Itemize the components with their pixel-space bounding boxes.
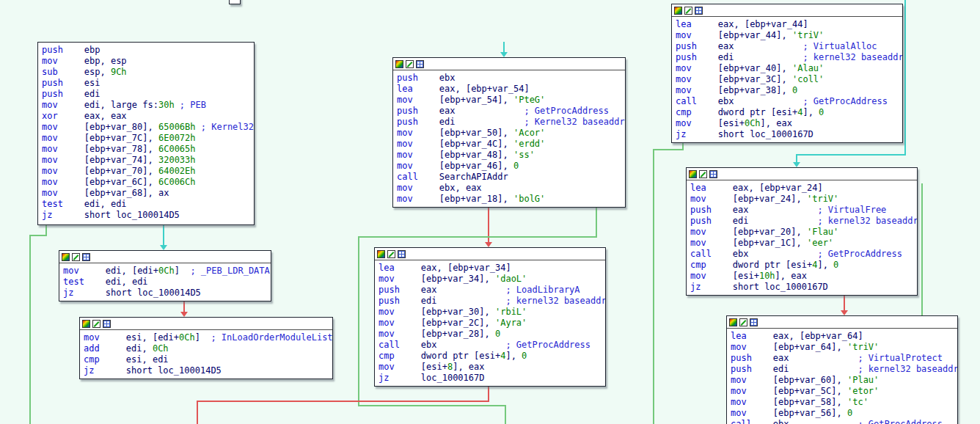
node-color-palette-icon[interactable] xyxy=(62,253,70,261)
instruction-line[interactable]: mov [ebp+var_3C], 'coll' xyxy=(676,74,899,85)
instruction-line[interactable]: push eax ; GetProcAddress xyxy=(397,106,621,117)
instruction-line[interactable]: push edi ; kernel32 baseaddr xyxy=(676,52,899,63)
graph-node-virtualalloc[interactable]: lea eax, [ebp+var_44]mov [ebp+var_44], '… xyxy=(671,4,903,143)
instruction-line[interactable]: mov [ebp+var_40], 'Alau' xyxy=(676,63,899,74)
instruction-line[interactable]: mov ebp, esp xyxy=(42,56,250,67)
instruction-line[interactable]: push edi ; Kernel32 baseaddr xyxy=(397,117,621,128)
graph-node-module-list[interactable]: mov esi, [edi+0Ch] ; InLoadOrderModuleLi… xyxy=(79,317,333,379)
instruction-line[interactable]: mov [ebp+var_48], 'ss' xyxy=(397,150,621,161)
instruction-line[interactable]: jz short loc_100014D5 xyxy=(42,210,250,221)
instruction-line[interactable]: mov [ebp+var_24], 'triV' xyxy=(690,194,913,205)
graph-node-loadlibrary[interactable]: lea eax, [ebp+var_34]mov [ebp+var_34], '… xyxy=(374,247,606,387)
instruction-line[interactable]: mov [ebp+var_20], 'Flau' xyxy=(690,227,913,238)
instruction-line[interactable]: test edi, edi xyxy=(63,277,267,288)
instruction-line[interactable]: push eax ; VirtualProtect xyxy=(731,353,954,364)
instruction-line[interactable]: mov [ebp+var_60], 'Plau' xyxy=(731,375,954,386)
instruction-line[interactable]: mov [ebp+var_5C], 'etor' xyxy=(731,386,954,397)
instruction-line[interactable]: mov [ebp+var_74], 320033h xyxy=(42,155,250,166)
instruction-line[interactable]: lea eax, [ebp+var_54] xyxy=(397,84,621,95)
graph-node-getprocaddress[interactable]: push ebxlea eax, [ebp+var_54]mov [ebp+va… xyxy=(392,57,626,208)
instruction-line[interactable]: mov [ebp+var_80], 65006Bh ; Kernel32 xyxy=(42,122,250,133)
instruction-line[interactable]: lea eax, [ebp+var_44] xyxy=(676,19,899,30)
node-color-palette-icon[interactable] xyxy=(82,320,90,328)
instruction-line[interactable]: mov [esi+10h], eax xyxy=(690,271,913,282)
instruction-line[interactable]: mov [ebp+var_56], 0 xyxy=(731,408,954,419)
instruction-line[interactable]: jz short loc_100014D5 xyxy=(84,365,329,376)
instruction-line[interactable]: push eax ; VirtualFree xyxy=(690,205,913,216)
instruction-line[interactable]: push edi ; kernel32 baseaddr xyxy=(731,364,954,375)
instruction-line[interactable]: mov [ebp+var_34], 'daoL' xyxy=(379,274,601,285)
edit-pencil-icon[interactable] xyxy=(92,320,100,328)
instruction-line[interactable]: mov [ebp+var_68], ax xyxy=(42,188,250,199)
instruction-line[interactable]: jz short loc_1000167D xyxy=(690,282,913,293)
instruction-line[interactable]: test edi, edi xyxy=(42,199,250,210)
instruction-line[interactable]: mov [ebp+var_1C], 'eer' xyxy=(690,238,913,249)
instruction-line[interactable]: mov [ebp+var_2C], 'Ayra' xyxy=(379,318,601,329)
graph-node-entry[interactable]: push ebpmov ebp, espsub esp, 9Chpush esi… xyxy=(37,42,255,225)
instruction-line[interactable]: cmp dword ptr [esi+4], 0 xyxy=(676,107,899,118)
instruction-line[interactable]: push esi xyxy=(42,78,250,89)
node-color-palette-icon[interactable] xyxy=(689,170,697,178)
instruction-line[interactable]: mov [ebp+var_58], 'tc' xyxy=(731,397,954,408)
instruction-line[interactable]: push ebp xyxy=(42,45,250,56)
instruction-line[interactable]: call ebx ; GetProcAddress xyxy=(379,340,601,351)
instruction-line[interactable]: mov [esi+8], eax xyxy=(379,362,601,373)
graph-node-peb-ldr-data[interactable]: mov edi, [edi+0Ch] ; _PEB_LDR_DATAtest e… xyxy=(59,250,271,301)
edit-pencil-icon[interactable] xyxy=(684,7,692,15)
edit-pencil-icon[interactable] xyxy=(739,318,747,326)
node-color-palette-icon[interactable] xyxy=(729,318,737,326)
node-color-palette-icon[interactable] xyxy=(377,250,385,258)
instruction-line[interactable]: sub esp, 9Ch xyxy=(42,67,250,78)
instruction-line[interactable]: mov [esi+0Ch], eax xyxy=(676,118,899,129)
instruction-line[interactable]: call ebx ; GetProcAddress xyxy=(676,96,899,107)
instruction-line[interactable]: call SearchAPIAddr xyxy=(397,172,621,183)
edit-pencil-icon[interactable] xyxy=(699,170,707,178)
instruction-line[interactable]: push edi ; kernel32 baseaddr xyxy=(379,296,601,307)
instruction-line[interactable]: mov esi, [edi+0Ch] ; InLoadOrderModuleLi… xyxy=(84,332,329,343)
instruction-line[interactable]: cmp esi, edi xyxy=(84,354,329,365)
instruction-line[interactable]: lea eax, [ebp+var_64] xyxy=(731,331,954,342)
instruction-line[interactable]: cmp dword ptr [esi+4], 0 xyxy=(690,260,913,271)
group-node-icon[interactable] xyxy=(103,320,111,328)
node-color-palette-icon[interactable] xyxy=(395,60,403,68)
group-node-icon[interactable] xyxy=(695,7,703,15)
instruction-line[interactable]: push edi ; kernel32 baseaddr xyxy=(690,216,913,227)
instruction-line[interactable]: mov [ebp+var_38], 0 xyxy=(676,85,899,96)
instruction-line[interactable]: push edi xyxy=(42,89,250,100)
instruction-line[interactable]: mov [ebp+var_30], 'rbiL' xyxy=(379,307,601,318)
group-node-icon[interactable] xyxy=(398,250,406,258)
instruction-line[interactable]: mov [ebp+var_6C], 6C006Ch xyxy=(42,177,250,188)
instruction-line[interactable]: mov ebx, eax xyxy=(397,183,621,194)
graph-node-clipped-fragment[interactable] xyxy=(229,0,241,4)
disassembly-graph-canvas[interactable]: push ebpmov ebp, espsub esp, 9Chpush esi… xyxy=(0,0,980,424)
instruction-line[interactable]: push eax ; LoadLibraryA xyxy=(379,285,601,296)
instruction-line[interactable]: mov [ebp+var_50], 'Acor' xyxy=(397,128,621,139)
instruction-line[interactable]: mov [ebp+var_54], 'PteG' xyxy=(397,95,621,106)
group-node-icon[interactable] xyxy=(82,253,90,261)
instruction-line[interactable]: lea eax, [ebp+var_24] xyxy=(690,183,913,194)
graph-node-virtualfree[interactable]: lea eax, [ebp+var_24]mov [ebp+var_24], '… xyxy=(686,167,918,296)
instruction-line[interactable]: push ebx xyxy=(397,73,621,84)
instruction-line[interactable]: jz short loc_100014D5 xyxy=(63,288,267,299)
instruction-line[interactable]: jz short loc_1000167D xyxy=(676,129,899,140)
edit-pencil-icon[interactable] xyxy=(72,253,80,261)
group-node-icon[interactable] xyxy=(416,60,424,68)
instruction-line[interactable]: xor eax, eax xyxy=(42,111,250,122)
instruction-line[interactable]: mov [ebp+var_46], 0 xyxy=(397,161,621,172)
instruction-line[interactable]: mov [ebp+var_44], 'triV' xyxy=(676,30,899,41)
instruction-line[interactable]: push eax ; VirtualAlloc xyxy=(676,41,899,52)
instruction-line[interactable]: mov edi, large fs:30h ; PEB xyxy=(42,100,250,111)
group-node-icon[interactable] xyxy=(750,318,758,326)
instruction-line[interactable]: mov [ebp+var_70], 64002Eh xyxy=(42,166,250,177)
instruction-line[interactable]: mov [ebp+var_78], 6C0065h xyxy=(42,144,250,155)
instruction-line[interactable]: call ebx ; GetProcAddress xyxy=(690,249,913,260)
instruction-line[interactable]: add edi, 0Ch xyxy=(84,343,329,354)
instruction-line[interactable]: mov [ebp+var_28], 0 xyxy=(379,329,601,340)
node-color-palette-icon[interactable] xyxy=(674,7,682,15)
instruction-line[interactable]: mov [ebp+var_18], 'bolG' xyxy=(397,194,621,205)
instruction-line[interactable]: lea eax, [ebp+var_34] xyxy=(379,263,601,274)
graph-node-virtualprotect[interactable]: lea eax, [ebp+var_64]mov [ebp+var_64], '… xyxy=(726,315,958,424)
instruction-line[interactable]: mov edi, [edi+0Ch] ; _PEB_LDR_DATA xyxy=(63,266,267,277)
instruction-line[interactable]: mov [ebp+var_7C], 6E0072h xyxy=(42,133,250,144)
instruction-line[interactable]: call ebx ; GetProcAddress xyxy=(731,419,954,424)
